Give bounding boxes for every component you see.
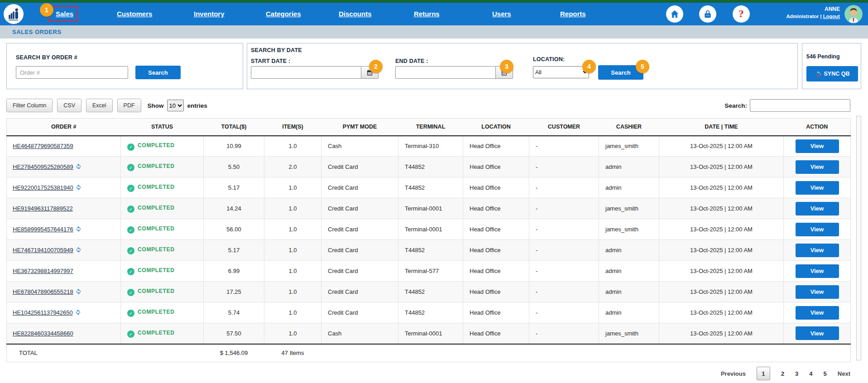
order-link[interactable]: HE7467194100705949 [13, 247, 73, 254]
order-link[interactable]: HE3673298814997997 [13, 268, 73, 274]
step-badge-1: 1 [40, 3, 53, 17]
completed-check-icon: ✓ [127, 185, 134, 192]
pagination-page-1[interactable]: 1 [757, 367, 770, 380]
end-date-input[interactable] [395, 66, 496, 79]
cashier-cell: admin [599, 302, 659, 323]
order-link[interactable]: HE2784509525280589 [13, 163, 73, 170]
user-name: ANNE [786, 6, 840, 13]
pagination-page-4[interactable]: 4 [809, 370, 812, 377]
col-action: ACTION [784, 119, 851, 136]
datetime-cell: 13-Oct-2025 | 12:00 AM [659, 177, 784, 198]
nav-customers[interactable]: Customers [117, 3, 152, 25]
app-logo[interactable] [4, 4, 24, 24]
pagination-page-5[interactable]: 5 [824, 370, 827, 377]
table-row: HE9220017525381940✓COMPLETED5.171.0Credi… [7, 177, 851, 198]
view-button[interactable]: View [796, 202, 839, 215]
help-button[interactable]: ? [733, 5, 750, 23]
avatar[interactable] [844, 5, 863, 23]
breadcrumb: SALES ORDERS [0, 25, 868, 38]
location-label: LOCATION: [533, 56, 565, 62]
orders-table-container: ORDER # STATUS TOTAL($) ITEM(S) PYMT MOD… [6, 118, 868, 362]
nav-inventory[interactable]: Inventory [194, 3, 225, 25]
scrollbar[interactable] [856, 116, 861, 360]
col-customer: CUSTOMER [529, 119, 599, 136]
sync-icon [76, 184, 82, 190]
order-link[interactable]: HE9220017525381940 [13, 184, 73, 191]
nav-returns[interactable]: Returns [414, 3, 440, 25]
filter-column-button[interactable]: Filter Column [6, 99, 53, 112]
datetime-cell: 13-Oct-2025 | 12:00 AM [659, 302, 784, 323]
pagination-page-2[interactable]: 2 [781, 370, 784, 377]
view-button[interactable]: View [796, 223, 839, 236]
sync-icon [76, 247, 82, 253]
view-button[interactable]: View [796, 264, 839, 278]
lock-button[interactable] [699, 5, 716, 23]
order-search-button[interactable]: Search [135, 66, 181, 79]
nav-discounts[interactable]: Discounts [339, 3, 372, 25]
status-badge: COMPLETED [138, 142, 175, 148]
view-button[interactable]: View [796, 181, 839, 195]
order-link[interactable]: HE8228460334458660 [13, 330, 73, 337]
view-button[interactable]: View [796, 244, 839, 257]
view-button[interactable]: View [796, 306, 839, 320]
location-cell: Head Office [463, 261, 529, 282]
pymt-mode-cell: Credit Card [321, 198, 398, 219]
terminal-cell: T44852 [398, 177, 463, 198]
pymt-mode-cell: Cash [321, 323, 398, 344]
pagination-next[interactable]: Next [838, 370, 850, 377]
view-button[interactable]: View [796, 160, 839, 174]
order-link[interactable]: HE4648779690587359 [13, 143, 73, 149]
excel-export-button[interactable]: Excel [86, 99, 113, 112]
csv-export-button[interactable]: CSV [57, 99, 82, 112]
view-button[interactable]: View [796, 139, 839, 153]
cashier-cell: admin [599, 282, 659, 302]
col-status: STATUS [121, 119, 204, 136]
items-cell: 1.0 [264, 177, 321, 198]
pymt-mode-cell: Credit Card [321, 282, 398, 302]
start-date-input[interactable] [251, 66, 361, 79]
col-pymt: PYMT MODE [321, 119, 398, 136]
total-cell: 17.25 [204, 282, 264, 302]
status-badge: COMPLETED [138, 267, 175, 273]
pymt-mode-cell: Cash [321, 136, 398, 157]
sync-qb-button[interactable]: SYNC QB [806, 66, 858, 81]
orders-table: ORDER # STATUS TOTAL($) ITEM(S) PYMT MOD… [6, 118, 851, 362]
user-block: ANNE Administrator | Logout [786, 6, 840, 19]
nav-users[interactable]: Users [492, 3, 511, 25]
location-cell: Head Office [463, 157, 529, 177]
order-link[interactable]: HE1042561137942650 [13, 309, 73, 316]
view-button[interactable]: View [796, 326, 839, 340]
datetime-cell: 13-Oct-2025 | 12:00 AM [659, 240, 784, 261]
orders-table-body: HE4648779690587359✓COMPLETED10.991.0Cash… [7, 136, 851, 344]
table-search-input[interactable] [750, 99, 850, 112]
nav-reports[interactable]: Reports [560, 3, 586, 25]
order-link[interactable]: HE8589995457644176 [13, 226, 73, 233]
completed-check-icon: ✓ [127, 144, 134, 151]
completed-check-icon: ✓ [127, 330, 134, 338]
terminal-cell: T44852 [398, 157, 463, 177]
location-select[interactable]: All [533, 66, 589, 78]
nav-sales[interactable]: Sales [56, 3, 73, 25]
table-row: HE8228460334458660✓COMPLETED57.501.0Cash… [7, 323, 851, 344]
pagination-previous[interactable]: Previous [721, 370, 746, 377]
order-link[interactable]: HE6780478906555218 [13, 288, 73, 295]
pymt-mode-cell: Credit Card [321, 261, 398, 282]
end-date-label: END DATE : [395, 58, 428, 64]
order-link[interactable]: HE9194963117889522 [13, 205, 73, 212]
table-toolbar: Filter Column CSV Excel PDF Show 10 entr… [6, 98, 850, 113]
customer-cell: - [529, 261, 599, 282]
page-size-select[interactable]: 10 [167, 100, 184, 111]
nav-categories[interactable]: Categories [266, 3, 301, 25]
table-row: HE9194963117889522✓COMPLETED14.241.0Cred… [7, 198, 851, 219]
home-button[interactable] [666, 5, 683, 23]
datetime-cell: 13-Oct-2025 | 12:00 AM [659, 219, 784, 240]
pdf-export-button[interactable]: PDF [117, 99, 141, 112]
total-cell: 5.17 [204, 240, 264, 261]
total-cell: 56.00 [204, 219, 264, 240]
logout-link[interactable]: Logout [823, 14, 840, 19]
pagination-page-3[interactable]: 3 [795, 370, 798, 377]
order-number-input[interactable] [16, 66, 128, 79]
col-datetime: DATE | TIME [659, 119, 784, 136]
total-cell: 5.17 [204, 177, 264, 198]
view-button[interactable]: View [796, 285, 839, 299]
